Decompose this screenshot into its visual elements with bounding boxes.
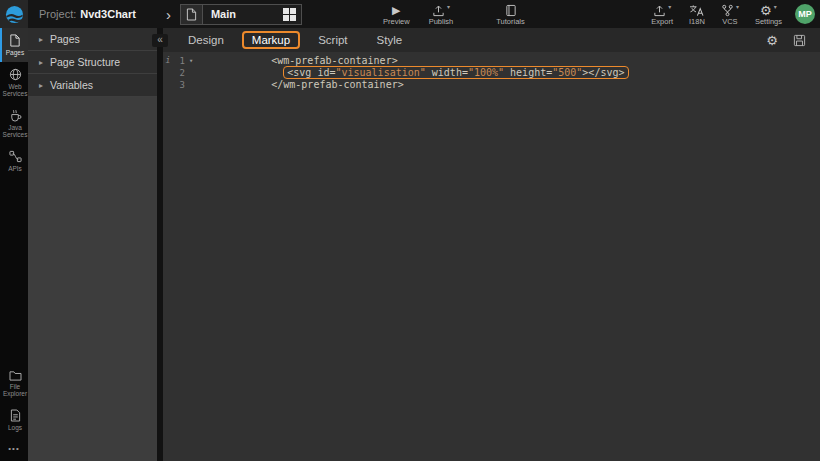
page-tab-main[interactable]: Main	[180, 4, 302, 25]
sidebar-item-file-explorer[interactable]: File Explorer	[0, 364, 28, 403]
panel-section-pages[interactable]: ▸ Pages	[28, 28, 157, 51]
wavemaker-studio: Project: Nvd3Chart › Main ▶ Preview	[0, 0, 820, 461]
export-icon	[653, 4, 666, 17]
publish-upload-icon	[432, 4, 445, 17]
code-token-string: "100%"	[468, 67, 504, 79]
project-label: Project:	[39, 8, 76, 20]
project-name: Nvd3Chart	[80, 8, 136, 20]
code-token-tag: ></svg>	[582, 67, 624, 79]
sidebar-item-pages[interactable]: Pages	[0, 28, 28, 62]
code-token-attr: width=	[426, 67, 468, 79]
gutter-info-icon: i	[163, 55, 173, 67]
branch-icon	[721, 4, 734, 17]
code-token-attr: height=	[504, 67, 552, 79]
publish-button[interactable]: ▾ Publish	[426, 2, 457, 27]
top-bar: Project: Nvd3Chart › Main ▶ Preview	[0, 0, 820, 28]
panel-collapse-icon[interactable]: «	[152, 34, 168, 47]
left-icon-rail: Pages Web Services Java Services	[0, 28, 28, 461]
code-token-string: "500"	[552, 67, 582, 79]
page-tab-label: Main	[203, 8, 283, 20]
wavemaker-logo[interactable]	[0, 0, 28, 28]
settings-button[interactable]: ⚙ ▾ Settings	[752, 2, 785, 27]
vcs-button[interactable]: ▾ VCS	[718, 2, 742, 27]
i18n-button[interactable]: I18N	[686, 2, 708, 27]
editor-area: « Design Markup Script Style ⚙	[163, 28, 820, 461]
triangle-right-icon: ▸	[39, 58, 43, 67]
page-list-grid-icon[interactable]	[283, 8, 296, 21]
preview-button[interactable]: ▶ Preview	[380, 2, 413, 27]
more-options-icon[interactable]: •••	[0, 436, 28, 461]
user-avatar[interactable]: MP	[795, 4, 815, 24]
wavemaker-logo-icon	[5, 5, 24, 24]
editor-settings-gear-icon[interactable]: ⚙	[766, 34, 778, 47]
file-explorer-icon	[9, 370, 22, 381]
line-number: 3	[173, 79, 185, 91]
play-icon: ▶	[392, 4, 400, 17]
export-button[interactable]: ▾ Export	[648, 2, 676, 27]
main-area: Pages Web Services Java Services	[0, 28, 820, 461]
tutorials-button[interactable]: Tutorials	[493, 2, 527, 27]
chevron-down-icon: ▾	[736, 4, 739, 10]
panel-section-variables[interactable]: ▸ Variables	[28, 74, 157, 97]
panel-empty-area	[28, 97, 157, 461]
project-title: Project: Nvd3Chart	[39, 8, 136, 20]
sidebar-item-logs[interactable]: Logs	[0, 403, 28, 437]
page-file-icon	[181, 5, 203, 24]
topbar-center-actions: ▶ Preview ▾ Publish	[380, 0, 528, 28]
chevron-down-icon: ▾	[774, 4, 777, 10]
save-icon[interactable]	[793, 34, 806, 47]
chevron-down-icon: ▾	[447, 4, 450, 10]
sidebar-item-web-services[interactable]: Web Services	[0, 62, 28, 103]
sidebar-item-java-services[interactable]: Java Services	[0, 103, 28, 144]
book-icon	[505, 4, 517, 17]
logs-icon	[10, 409, 21, 422]
pages-icon	[9, 34, 21, 47]
web-services-icon	[9, 68, 22, 81]
markup-code-editor[interactable]: i 1 ▾ <wm-prefab-container> 2	[163, 52, 820, 461]
gear-icon: ⚙	[760, 4, 772, 17]
triangle-right-icon: ▸	[39, 81, 43, 90]
apis-icon	[9, 150, 22, 163]
code-fold-icon[interactable]: ▾	[185, 55, 197, 67]
panel-section-page-structure[interactable]: ▸ Page Structure	[28, 51, 157, 74]
code-token-tag: </wm-prefab-container>	[271, 79, 403, 90]
rail-spacer	[0, 177, 28, 364]
java-services-icon	[9, 109, 22, 122]
topbar-right-actions: ▾ Export I18N	[638, 0, 815, 28]
editor-tools: ⚙	[766, 34, 820, 47]
triangle-right-icon: ▸	[39, 35, 43, 44]
line-number: 1	[173, 55, 185, 67]
chevron-down-icon: ▾	[668, 4, 671, 10]
pages-panel: ▸ Pages ▸ Page Structure ▸ Variables	[28, 28, 157, 461]
chevron-right-icon[interactable]: ›	[166, 7, 171, 22]
line-number: 2	[173, 67, 185, 79]
translate-icon	[689, 4, 704, 17]
sidebar-item-apis[interactable]: APIs	[0, 144, 28, 178]
